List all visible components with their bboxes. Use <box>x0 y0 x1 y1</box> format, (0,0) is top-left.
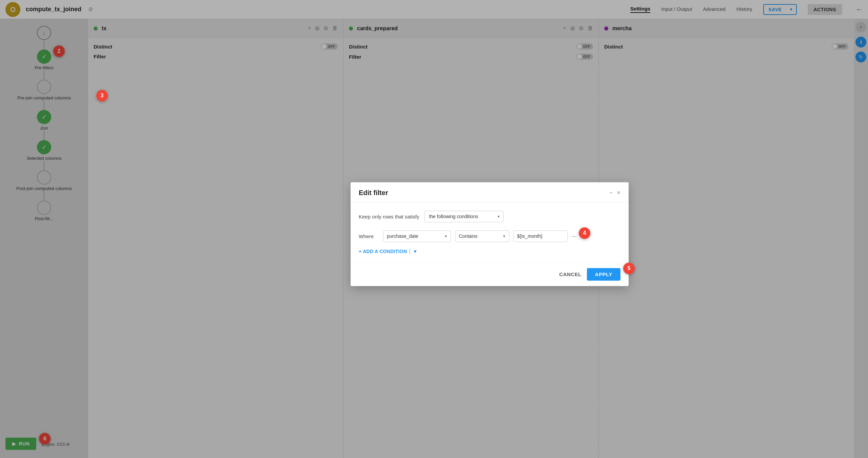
modal-title: Edit filter <box>359 189 388 197</box>
keep-rows-label: Keep only rows that satisfy <box>359 214 419 220</box>
condition-select[interactable]: the following conditions any of the foll… <box>425 211 504 222</box>
where-row: Where purchase_date amount merchant_id C… <box>359 230 620 242</box>
add-condition-button[interactable]: + ADD A CONDITION <box>359 249 407 254</box>
condition-select-wrapper: the following conditions any of the foll… <box>425 211 504 222</box>
modal-footer: CANCEL APPLY 5 <box>351 262 629 286</box>
badge-4: 4 <box>579 227 590 239</box>
column-select[interactable]: purchase_date amount merchant_id <box>383 230 451 242</box>
cancel-button[interactable]: CANCEL <box>559 271 581 277</box>
column-select-wrapper: purchase_date amount merchant_id <box>383 230 451 242</box>
filter-condition-row: Keep only rows that satisfy the followin… <box>359 211 620 222</box>
more-options-button[interactable]: ··· <box>572 233 577 240</box>
filter-value-input[interactable] <box>513 230 568 242</box>
add-condition-dropdown[interactable]: ▼ <box>410 249 417 254</box>
modal-header: Edit filter − × <box>351 182 629 203</box>
badge-3: 3 <box>96 90 108 101</box>
modal-body: Keep only rows that satisfy the followin… <box>351 203 629 262</box>
add-condition-row: + ADD A CONDITION ▼ <box>359 249 620 254</box>
operator-select-wrapper: Contains Equals Starts with Ends with Is… <box>455 230 509 242</box>
modal-close-button[interactable]: × <box>617 189 620 196</box>
edit-filter-modal: Edit filter − × Keep only rows that sati… <box>351 182 629 286</box>
operator-select[interactable]: Contains Equals Starts with Ends with Is… <box>455 230 509 242</box>
badge-5: 5 <box>623 263 635 274</box>
apply-button[interactable]: APPLY <box>587 268 620 281</box>
where-label: Where <box>359 233 379 239</box>
modal-minimize-button[interactable]: − <box>609 189 613 196</box>
modal-header-actions: − × <box>609 189 620 196</box>
